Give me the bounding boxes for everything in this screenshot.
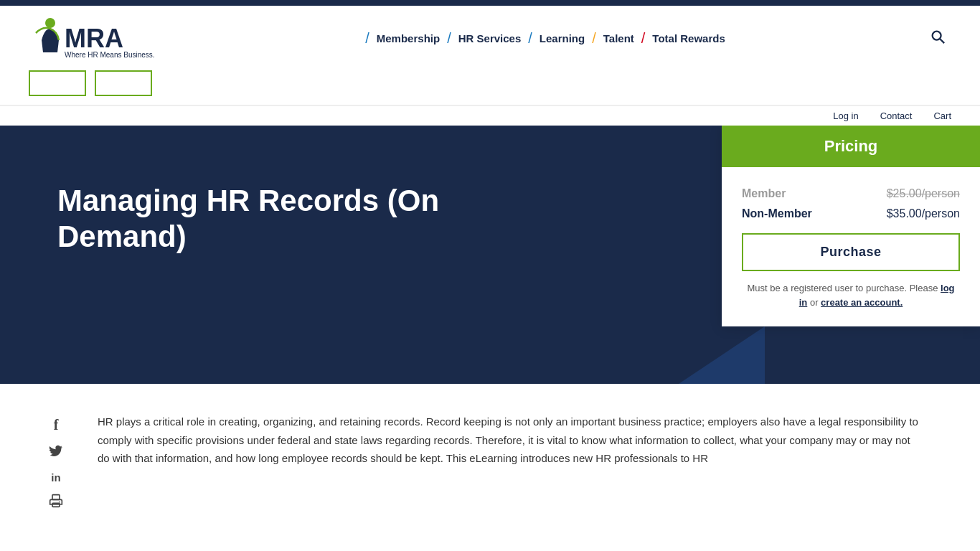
pricing-card: Pricing Member $25.00/person Non-Member …: [722, 126, 980, 326]
svg-point-3: [933, 31, 941, 39]
create-account-link[interactable]: create an account.: [821, 297, 903, 308]
hero-section: Managing HR Records (On Demand) Pricing …: [0, 126, 980, 384]
non-member-pricing-row: Non-Member $35.00/person: [742, 207, 960, 220]
nav-item-membership[interactable]: Membership: [367, 27, 450, 50]
hero-bottom-shape: [679, 326, 765, 384]
svg-text:MRA: MRA: [65, 24, 123, 53]
svg-point-0: [45, 18, 55, 28]
print-icon[interactable]: [49, 494, 63, 512]
page-title: Managing HR Records (On Demand): [57, 183, 473, 255]
member-pricing-row: Member $25.00/person: [742, 187, 960, 200]
main-nav: / Membership / HR Services / Learning / …: [179, 27, 924, 50]
cart-link[interactable]: Cart: [933, 110, 951, 121]
non-member-label: Non-Member: [742, 207, 812, 220]
site-header: MRA Where HR Means Business. / Membershi…: [0, 6, 980, 105]
svg-point-7: [59, 501, 60, 503]
pricing-note: Must be a registered user to purchase. P…: [742, 281, 960, 309]
hero-content: Managing HR Records (On Demand): [0, 126, 722, 298]
nav-item-learning[interactable]: Learning: [529, 27, 595, 50]
facebook-icon[interactable]: f: [54, 417, 59, 433]
svg-rect-5: [52, 495, 60, 500]
utility-nav: Log in Contact Cart: [0, 105, 980, 126]
logo-area[interactable]: MRA Where HR Means Business.: [29, 13, 179, 63]
svg-line-4: [940, 39, 944, 43]
nav-item-hr-services[interactable]: HR Services: [448, 27, 532, 50]
svg-text:Where HR Means Business.: Where HR Means Business.: [65, 51, 155, 59]
non-member-price: $35.00/person: [887, 207, 960, 220]
sub-nav-button-1[interactable]: [29, 70, 86, 96]
pricing-body: Member $25.00/person Non-Member $35.00/p…: [722, 167, 980, 326]
logo[interactable]: MRA Where HR Means Business.: [29, 13, 179, 63]
member-price: $25.00/person: [887, 187, 960, 200]
top-bar: [0, 0, 980, 6]
nav-item-total-rewards[interactable]: Total Rewards: [642, 27, 735, 50]
sub-nav: [29, 63, 951, 105]
purchase-button[interactable]: Purchase: [742, 233, 960, 271]
linkedin-icon[interactable]: in: [51, 471, 60, 484]
nav-item-talent[interactable]: Talent: [593, 27, 644, 50]
pricing-header: Pricing: [722, 126, 980, 167]
contact-link[interactable]: Contact: [880, 110, 913, 121]
content-description: HR plays a critical role in creating, or…: [98, 413, 923, 512]
social-sidebar: f in: [43, 413, 69, 512]
twitter-icon[interactable]: [49, 443, 63, 461]
login-link[interactable]: Log in: [833, 110, 858, 121]
member-label: Member: [742, 187, 786, 200]
content-section: f in HR plays a critical role in creatin…: [0, 384, 980, 540]
search-icon[interactable]: [924, 23, 951, 54]
sub-nav-button-2[interactable]: [95, 70, 152, 96]
